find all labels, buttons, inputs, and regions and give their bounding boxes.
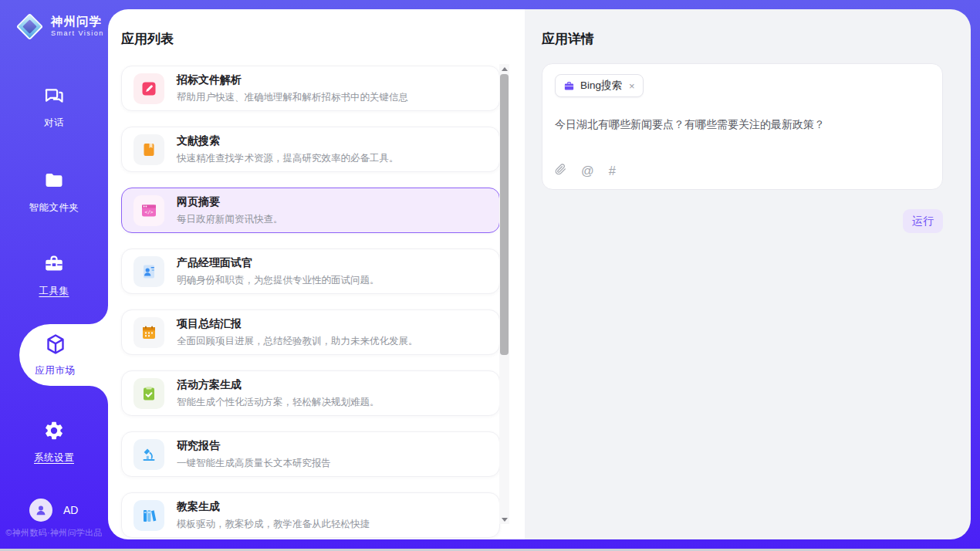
app-name: 活动方案生成 bbox=[177, 378, 380, 392]
user-account[interactable]: AD bbox=[29, 499, 78, 522]
prompt-card: Bing搜索 × 今日湖北有哪些新闻要点？有哪些需要关注的最新政策？ @ # bbox=[542, 63, 943, 190]
tool-tag-bing-search[interactable]: Bing搜索 × bbox=[555, 74, 644, 97]
book-icon bbox=[133, 134, 164, 165]
sidebar-item-toolset[interactable]: 工具集 bbox=[0, 253, 108, 298]
webpage-code-icon: </> bbox=[133, 195, 164, 226]
mention-icon[interactable]: @ bbox=[581, 164, 594, 177]
sidebar-item-app-market[interactable]: 应用市场 bbox=[19, 324, 108, 386]
app-name: 网页摘要 bbox=[177, 195, 283, 209]
app-desc: 模板驱动，教案秒成，教学准备从此轻松快捷 bbox=[177, 518, 370, 531]
edit-document-icon bbox=[133, 73, 164, 104]
copyright-text: ©神州数码·神州问学出品 bbox=[0, 527, 108, 539]
brand-subtitle: Smart Vision bbox=[51, 30, 104, 38]
sidebar-item-label: 系统设置 bbox=[34, 451, 74, 465]
cube-icon bbox=[44, 333, 67, 359]
sidebar-item-label: 工具集 bbox=[39, 285, 69, 298]
hash-icon[interactable]: # bbox=[609, 164, 616, 177]
app-list-panel: 应用列表 招标文件解析 帮助用户快速、准确地理解和解析招标书中的关键信息 文献搜… bbox=[108, 9, 525, 539]
tool-tag-label: Bing搜索 bbox=[580, 79, 622, 93]
list-scrollbar[interactable] bbox=[499, 64, 509, 524]
sidebar-item-label: 应用市场 bbox=[35, 364, 76, 377]
app-item-project-summary[interactable]: 项目总结汇报 全面回顾项目进展，总结经验教训，助力未来优化发展。 bbox=[121, 309, 500, 355]
app-item-event-plan-generator[interactable]: 活动方案生成 智能生成个性化活动方案，轻松解决规划难题。 bbox=[121, 370, 500, 416]
app-list-title: 应用列表 bbox=[121, 30, 174, 48]
brand-logo: 神州问学 Smart Vision bbox=[14, 10, 104, 42]
app-item-research-report[interactable]: 研究报告 一键智能生成高质量长文本研究报告 bbox=[121, 431, 500, 477]
app-desc: 一键智能生成高质量长文本研究报告 bbox=[177, 457, 331, 470]
calendar-icon bbox=[133, 317, 164, 348]
app-item-webpage-summary[interactable]: </> 网页摘要 每日政府新闻资讯快查。 bbox=[121, 188, 500, 233]
person-icon bbox=[34, 503, 48, 517]
clipboard-check-icon bbox=[133, 378, 164, 409]
sidebar-item-label: 智能文件夹 bbox=[29, 201, 79, 215]
microscope-icon bbox=[133, 439, 164, 470]
scrollbar-down-arrow[interactable] bbox=[499, 515, 509, 524]
active-bubble-notch-bottom bbox=[90, 386, 108, 404]
gear-icon bbox=[43, 420, 65, 445]
sidebar-item-system-settings[interactable]: 系统设置 bbox=[0, 420, 108, 465]
app-name: 研究报告 bbox=[177, 439, 331, 453]
app-name: 教案生成 bbox=[177, 500, 370, 514]
app-detail-panel: 应用详情 Bing搜索 × 今日湖北有哪些新闻要点？有哪些需要关注的最新政策？ … bbox=[525, 9, 971, 539]
sidebar-item-chat[interactable]: 对话 bbox=[0, 85, 108, 130]
app-name: 招标文件解析 bbox=[177, 73, 408, 87]
sidebar-item-label: 对话 bbox=[44, 117, 64, 130]
app-desc: 帮助用户快速、准确地理解和解析招标书中的关键信息 bbox=[177, 91, 408, 104]
chat-icon bbox=[43, 85, 65, 110]
app-desc: 明确身份和职责，为您提供专业性的面试问题。 bbox=[177, 274, 380, 287]
main-content: 应用列表 招标文件解析 帮助用户快速、准确地理解和解析招标书中的关键信息 文献搜… bbox=[108, 9, 971, 539]
app-name: 项目总结汇报 bbox=[177, 317, 418, 331]
prompt-input[interactable]: 今日湖北有哪些新闻要点？有哪些需要关注的最新政策？ bbox=[555, 117, 930, 133]
app-item-lesson-plan-generator[interactable]: 教案生成 模板驱动，教案秒成，教学准备从此轻松快捷 bbox=[121, 492, 500, 538]
app-name: 产品经理面试官 bbox=[177, 256, 380, 270]
active-bubble-notch-top bbox=[90, 306, 108, 324]
app-detail-title: 应用详情 bbox=[542, 30, 594, 48]
folder-icon bbox=[43, 170, 65, 194]
sidebar: 神州问学 Smart Vision 对话 智能文件夹 工具集 应用市场 系统设置 bbox=[0, 0, 108, 551]
app-item-pm-interviewer[interactable]: 产品经理面试官 明确身份和职责，为您提供专业性的面试问题。 bbox=[121, 248, 500, 294]
sidebar-item-smart-folder[interactable]: 智能文件夹 bbox=[0, 170, 108, 215]
toolbox-icon bbox=[43, 253, 65, 278]
brand-diamond-icon bbox=[14, 10, 45, 42]
app-desc: 智能生成个性化活动方案，轻松解决规划难题。 bbox=[177, 396, 380, 409]
app-desc: 每日政府新闻资讯快查。 bbox=[177, 213, 283, 226]
composer-toolbar: @ # bbox=[555, 163, 616, 179]
app-name: 文献搜索 bbox=[177, 134, 399, 148]
brand-name: 神州问学 bbox=[51, 15, 104, 28]
attachment-icon[interactable] bbox=[555, 163, 566, 179]
svg-text:</>: </> bbox=[144, 209, 153, 215]
user-name: AD bbox=[63, 504, 78, 516]
app-list: 招标文件解析 帮助用户快速、准确地理解和解析招标书中的关键信息 文献搜索 快速精… bbox=[121, 66, 500, 538]
briefcase-icon bbox=[563, 80, 575, 92]
scrollbar-thumb[interactable] bbox=[500, 74, 509, 355]
app-desc: 快速精准查找学术资源，提高研究效率的必备工具。 bbox=[177, 152, 399, 165]
books-icon bbox=[133, 500, 164, 531]
interviewer-icon bbox=[133, 256, 164, 287]
app-item-bid-document-parsing[interactable]: 招标文件解析 帮助用户快速、准确地理解和解析招标书中的关键信息 bbox=[121, 66, 500, 111]
run-button[interactable]: 运行 bbox=[903, 209, 943, 233]
close-icon[interactable]: × bbox=[629, 80, 635, 92]
avatar bbox=[29, 499, 52, 522]
app-desc: 全面回顾项目进展，总结经验教训，助力未来优化发展。 bbox=[177, 335, 418, 348]
app-item-literature-search[interactable]: 文献搜索 快速精准查找学术资源，提高研究效率的必备工具。 bbox=[121, 127, 500, 172]
scrollbar-up-arrow[interactable] bbox=[499, 64, 509, 73]
